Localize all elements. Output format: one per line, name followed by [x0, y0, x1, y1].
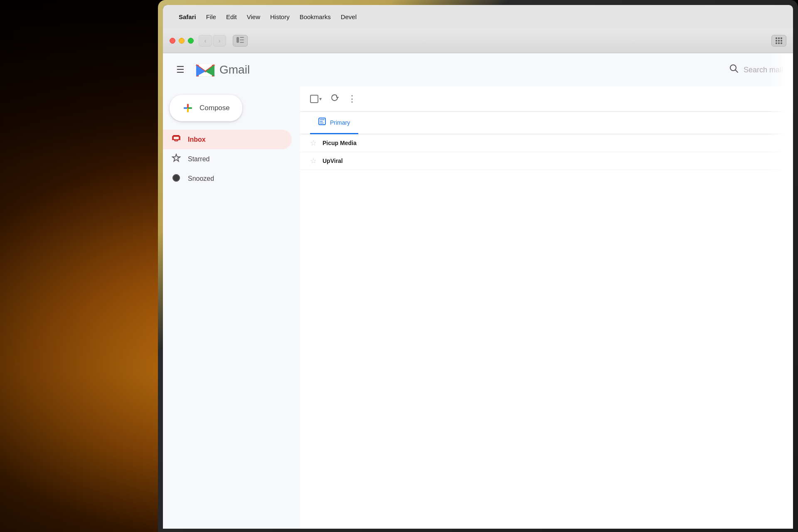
gmail-sidebar: Compose Inbox: [163, 86, 300, 529]
table-row[interactable]: ☆ UpViral: [300, 152, 793, 170]
starred-icon: [171, 153, 181, 165]
search-icon: [729, 64, 739, 76]
gmail-main: ▾ ⋮: [300, 86, 793, 529]
safari-toolbar: ‹ ›: [163, 28, 793, 53]
svg-rect-3: [240, 42, 244, 43]
gmail-app: ☰: [163, 53, 793, 529]
svg-point-19: [173, 175, 179, 181]
forward-icon: ›: [219, 37, 221, 44]
checkbox-icon[interactable]: [310, 95, 318, 103]
sidebar-item-starred[interactable]: Starred: [163, 149, 292, 169]
more-options-button[interactable]: ⋮: [347, 94, 357, 104]
gmail-header: ☰: [163, 53, 793, 86]
email-list: ☆ Picup Media ☆ UpViral: [300, 134, 793, 170]
sidebar-toggle-button[interactable]: [233, 35, 248, 47]
forward-button[interactable]: ›: [213, 35, 226, 47]
gmail-search-bar[interactable]: Search mail: [729, 64, 783, 76]
inbox-icon: [171, 134, 181, 145]
menu-develop[interactable]: Devel: [337, 12, 361, 22]
back-button[interactable]: ‹: [199, 35, 212, 47]
extensions-button[interactable]: [771, 35, 786, 47]
nav-buttons: ‹ ›: [199, 35, 226, 47]
minimize-button[interactable]: [179, 38, 185, 44]
starred-label: Starred: [188, 155, 209, 163]
email-sender: Picup Media: [323, 140, 406, 146]
tab-primary[interactable]: Primary: [310, 112, 358, 134]
dropdown-arrow-icon[interactable]: ▾: [319, 96, 322, 102]
sidebar-item-snoozed[interactable]: Snoozed: [163, 169, 292, 188]
menu-edit[interactable]: Edit: [222, 12, 241, 22]
macbook-frame: Safari File Edit View History Bookmarks …: [158, 0, 798, 532]
snoozed-icon: [171, 173, 181, 184]
sidebar-icon: [236, 37, 244, 44]
email-tabs: Primary: [300, 112, 793, 134]
macos-menubar: Safari File Edit View History Bookmarks …: [163, 5, 793, 28]
screen-content: Safari File Edit View History Bookmarks …: [163, 5, 793, 529]
star-icon[interactable]: ☆: [310, 156, 317, 165]
gmail-body: Compose Inbox: [163, 86, 793, 529]
table-row[interactable]: ☆ Picup Media: [300, 134, 793, 152]
primary-tab-icon: [318, 118, 326, 127]
email-toolbar: ▾ ⋮: [300, 86, 793, 112]
star-icon[interactable]: ☆: [310, 138, 317, 148]
menu-bookmarks[interactable]: Bookmarks: [296, 12, 335, 22]
menu-history[interactable]: History: [266, 12, 294, 22]
inbox-label: Inbox: [188, 136, 206, 143]
back-icon: ‹: [204, 37, 207, 44]
refresh-button[interactable]: [328, 91, 341, 106]
compose-label: Compose: [200, 104, 230, 112]
svg-rect-14: [188, 107, 192, 109]
traffic-lights: [170, 38, 194, 44]
primary-tab-label: Primary: [330, 119, 350, 126]
gmail-menu-icon[interactable]: ☰: [173, 61, 188, 79]
menu-view[interactable]: View: [243, 12, 264, 22]
snoozed-label: Snoozed: [188, 175, 214, 182]
svg-line-7: [735, 70, 738, 72]
sidebar-item-inbox[interactable]: Inbox: [163, 130, 292, 149]
menu-safari[interactable]: Safari: [175, 12, 200, 22]
svg-rect-0: [236, 37, 239, 43]
grid-icon: [776, 37, 782, 44]
svg-rect-1: [240, 37, 244, 38]
gmail-logo: Gmail: [195, 62, 250, 78]
email-sender: UpViral: [323, 158, 406, 164]
gmail-title-text: Gmail: [219, 63, 250, 76]
menu-file[interactable]: File: [202, 12, 220, 22]
compose-button[interactable]: Compose: [170, 95, 242, 121]
search-placeholder-text: Search mail: [744, 66, 783, 74]
close-button[interactable]: [170, 38, 175, 44]
select-all-checkbox[interactable]: ▾: [310, 95, 322, 103]
svg-rect-2: [240, 39, 244, 40]
fullscreen-button[interactable]: [188, 38, 194, 44]
gmail-m-logo-icon: [195, 62, 216, 78]
compose-plus-icon: [182, 102, 194, 114]
